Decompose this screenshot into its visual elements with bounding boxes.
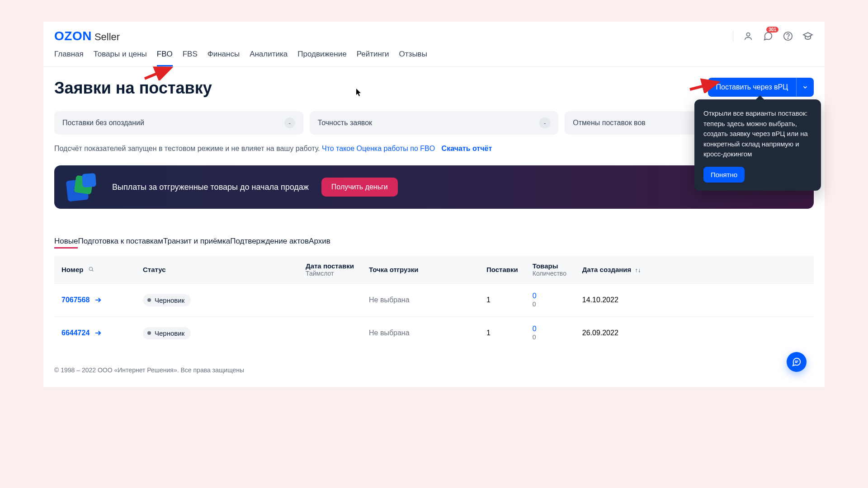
help-icon[interactable] [782, 30, 794, 42]
th-status: Статус [136, 256, 298, 284]
main-nav: Главная Товары и цены FBO FBS Финансы Ан… [43, 43, 825, 67]
cell-goods: 0 0 [525, 317, 575, 350]
th-goods: Товары Количество [525, 256, 575, 284]
user-icon[interactable] [742, 30, 754, 42]
chevron-down-icon [802, 84, 808, 90]
cell-goods: 0 0 [525, 284, 575, 317]
metric-card-accuracy[interactable]: Точность заявок - [310, 111, 559, 135]
chat-bubble-icon [792, 357, 802, 367]
logo-brand: OZON [54, 29, 92, 43]
tab-new[interactable]: Новые [54, 237, 78, 249]
banner-text: Выплаты за отгруженные товары до начала … [112, 183, 309, 192]
graduation-icon[interactable] [802, 30, 814, 42]
nav-home[interactable]: Главная [54, 50, 84, 66]
sort-icon: ↑↓ [635, 267, 641, 273]
cell-supplies: 1 [479, 284, 525, 317]
header: OZON Seller 301 [43, 22, 825, 43]
tooltip-text: Открыли все варианты поставок: теперь зд… [703, 108, 812, 160]
cell-delivery-date [298, 284, 362, 317]
money-stack-icon [67, 174, 99, 201]
status-dot-icon [147, 298, 151, 302]
nav-fbs[interactable]: FBS [183, 50, 198, 66]
app-window: OZON Seller 301 Главная Товары и цены FB… [43, 22, 825, 387]
nav-reviews[interactable]: Отзывы [399, 50, 427, 66]
logo-sub: Seller [94, 31, 120, 43]
nav-promo[interactable]: Продвижение [297, 50, 346, 66]
cell-delivery-date [298, 317, 362, 350]
metric-value: - [539, 117, 550, 128]
cell-ship-point: Не выбрана [362, 284, 479, 317]
supply-link[interactable]: 7067568 [61, 296, 128, 304]
cta-group: Поставить через вРЦ [708, 78, 814, 97]
tab-confirmation[interactable]: Подтверждение актов [230, 237, 309, 245]
th-created[interactable]: Дата создания ↑↓ [575, 256, 814, 284]
notification-badge: 301 [766, 27, 778, 33]
nav-products[interactable]: Товары и цены [94, 50, 147, 66]
svg-point-0 [746, 33, 750, 36]
metric-label: Поставки без опозданий [62, 119, 144, 127]
metric-card-ontime[interactable]: Поставки без опозданий - [54, 111, 303, 135]
tab-archive[interactable]: Архив [309, 237, 330, 245]
svg-point-2 [788, 38, 788, 38]
supply-tabs: НовыеПодготовка к поставкамТранзит и при… [54, 237, 814, 246]
th-delivery-date: Дата поставки Таймслот [298, 256, 362, 284]
nav-ratings[interactable]: Рейтинги [357, 50, 389, 66]
table-row: 7067568 Черновик Не выбрана 1 [54, 284, 814, 317]
svg-line-3 [145, 68, 171, 79]
info-tooltip: Открыли все варианты поставок: теперь зд… [694, 99, 821, 191]
annotation-arrow-icon [689, 78, 722, 93]
logo[interactable]: OZON Seller [54, 29, 120, 43]
note-text: Подсчёт показателей запущен в тестовом р… [54, 145, 322, 152]
th-ship-point: Точка отгрузки [362, 256, 479, 284]
get-money-button[interactable]: Получить деньги [321, 178, 398, 197]
nav-fbo[interactable]: FBO [157, 50, 173, 66]
annotation-arrow-icon [144, 65, 175, 80]
search-icon [88, 266, 94, 273]
svg-line-4 [690, 82, 718, 89]
chat-fab[interactable] [787, 352, 807, 372]
supplies-table: Номер Статус Дата поставки Таймслот Точк… [54, 256, 814, 349]
svg-line-6 [92, 270, 93, 271]
goods-link[interactable]: 0 [533, 292, 568, 300]
mouse-cursor-icon [356, 89, 362, 98]
tooltip-confirm-button[interactable]: Понятно [703, 167, 745, 183]
header-icons: 301 [733, 30, 814, 42]
table-row: 6644724 Черновик Не выбрана 1 [54, 317, 814, 350]
status-badge: Черновик [143, 327, 191, 339]
th-supplies: Поставки [479, 256, 525, 284]
cell-created: 14.10.2022 [575, 284, 814, 317]
nav-analytics[interactable]: Аналитика [250, 50, 288, 66]
chat-icon[interactable]: 301 [762, 30, 774, 42]
th-number[interactable]: Номер [54, 256, 136, 284]
content: Заявки на поставку Поставить через вРЦ О… [43, 67, 825, 358]
status-dot-icon [147, 331, 151, 335]
link-download-report[interactable]: Скачать отчёт [442, 145, 492, 152]
link-fbo-info[interactable]: Что такое Оценка работы по FBO [322, 145, 435, 152]
metric-value: - [284, 117, 295, 128]
cell-ship-point: Не выбрана [362, 317, 479, 350]
metric-label: Отмены поставок вов [573, 119, 645, 127]
goods-link[interactable]: 0 [533, 325, 568, 333]
footer-copyright: © 1998 – 2022 ООО «Интернет Решения». Вс… [43, 358, 825, 387]
arrow-right-icon [94, 296, 102, 304]
metric-label: Точность заявок [318, 119, 372, 127]
supply-link[interactable]: 6644724 [61, 329, 128, 337]
status-badge: Черновик [143, 294, 191, 306]
tab-transit[interactable]: Транзит и приёмка [163, 237, 230, 245]
svg-point-5 [89, 267, 93, 271]
arrow-right-icon [94, 329, 102, 337]
nav-finance[interactable]: Финансы [208, 50, 240, 66]
cell-supplies: 1 [479, 317, 525, 350]
cell-created: 26.09.2022 [575, 317, 814, 350]
create-supply-dropdown[interactable] [796, 78, 814, 97]
tab-preparation[interactable]: Подготовка к поставкам [78, 237, 163, 245]
